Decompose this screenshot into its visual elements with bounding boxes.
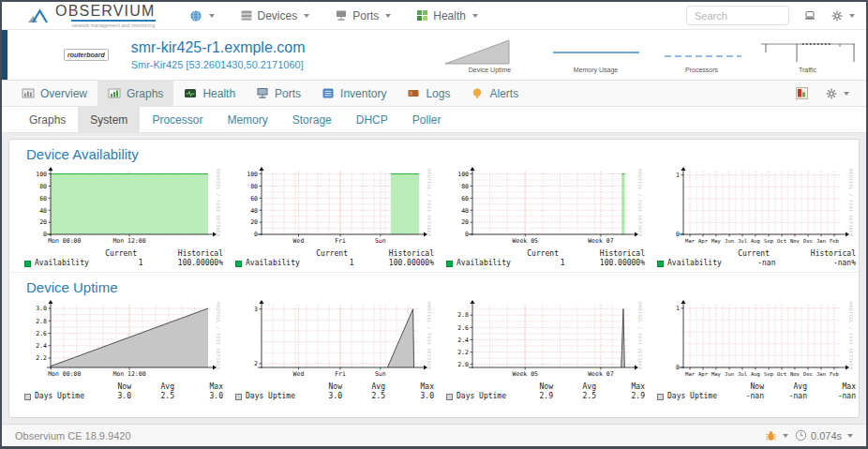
rrd-graph-device-uptime-year[interactable]: 10MarAprMayJunJulAugSepOctNovDecJanFebRR… — [655, 300, 856, 402]
mini-graph-label: Memory Usage — [574, 67, 618, 73]
footer-right: 0.074s — [765, 429, 853, 442]
rrd-graph-device-availability-month[interactable]: 100806040200Week 05Week 07RRDTOOL / TOBI… — [444, 167, 645, 269]
settings-menu[interactable] — [831, 9, 855, 22]
rrd-graph-device-availability-day[interactable]: 100806040200Mon 00:00Mon 12:00RRDTOOL / … — [22, 167, 223, 269]
laptop-icon[interactable] — [803, 9, 816, 22]
svg-text:Apr: Apr — [698, 371, 709, 378]
subtab-poller[interactable]: Poller — [400, 107, 454, 132]
mini-graph-label: Processors — [685, 67, 718, 73]
svg-text:Mar: Mar — [685, 238, 696, 244]
rrd-graph-device-uptime-month[interactable]: 2.82.62.42.22.0Week 05Week 07RRDTOOL / T… — [444, 300, 645, 402]
rrd-graph-svg: 10MarAprMayJunJulAugSepOctNovDecJanFebRR… — [655, 167, 856, 249]
rrd-graph-device-availability-week[interactable]: 100806040200WedFriSunRRDTOOL / TOBI OETI… — [233, 167, 434, 269]
alerts-icon — [471, 87, 484, 99]
nav-menu-health[interactable]: Health — [416, 9, 478, 22]
svg-text:RRDTOOL / TOBI OETIKER: RRDTOOL / TOBI OETIKER — [427, 169, 431, 236]
svg-text:60: 60 — [39, 195, 47, 202]
svg-text:2.2: 2.2 — [457, 349, 469, 356]
svg-text:Jun: Jun — [725, 238, 734, 244]
svg-text:RRDTOOL / TOBI OETIKER: RRDTOOL / TOBI OETIKER — [637, 169, 642, 236]
subtab-graphs[interactable]: Graphs — [17, 107, 78, 132]
legend-value: 1 — [300, 259, 354, 268]
rrd-graph-svg: 100806040200WedFriSunRRDTOOL / TOBI OETI… — [233, 167, 434, 249]
health-icon — [416, 9, 428, 22]
tab-logs[interactable]: Logs — [397, 81, 460, 106]
mini-graph-processors[interactable]: Processors — [649, 37, 755, 73]
mini-graph-memory-usage[interactable]: Memory Usage — [543, 37, 649, 73]
tab-inventory[interactable]: Inventory — [311, 81, 397, 106]
rrd-graph-svg: 100806040200Week 05Week 07RRDTOOL / TOBI… — [444, 167, 645, 249]
vendor-logo: routerboard — [64, 49, 109, 61]
tab-alerts[interactable]: Alerts — [460, 81, 529, 106]
svg-text:Aug: Aug — [751, 238, 760, 245]
subtab-label: Poller — [412, 113, 441, 127]
legend-col-header: Avg — [342, 382, 385, 392]
tab-health[interactable]: Health — [173, 81, 246, 106]
search-input[interactable] — [686, 6, 789, 25]
tab-overview[interactable]: Overview — [11, 81, 97, 106]
page-settings-menu[interactable] — [825, 87, 849, 100]
mini-graph-svg — [759, 37, 857, 66]
brand-wordmark: OBSERVIUM — [55, 4, 156, 19]
tab-label: Graphs — [127, 87, 163, 100]
svg-text:Wed: Wed — [293, 237, 305, 245]
legend-value: 1 — [89, 259, 143, 268]
svg-text:May: May — [711, 238, 722, 245]
svg-text:0: 0 — [254, 231, 258, 238]
mini-graph-svg — [441, 37, 539, 66]
subtab-processor[interactable]: Processor — [140, 107, 215, 132]
graph-thumbnail-icon[interactable] — [796, 87, 808, 99]
rrd-graph-device-uptime-day[interactable]: 3.02.82.62.42.2Mon 00:00Mon 12:00RRDTOOL… — [22, 300, 223, 402]
nav-menu-ports[interactable]: Ports — [335, 9, 391, 22]
graph-legend: NowAvgMaxDays Uptime3.02.53.0 — [233, 382, 434, 402]
svg-text:Fri: Fri — [335, 370, 346, 378]
observium-logo-mark-icon — [26, 7, 52, 24]
svg-text:Feb: Feb — [830, 238, 839, 244]
rrd-graph-svg: 10MarAprMayJunJulAugSepOctNovDecJanFebRR… — [655, 300, 856, 382]
app-window: OBSERVIUM network management and monitor… — [0, 0, 868, 449]
rrd-graph-device-uptime-week[interactable]: 32WedFriSunRRDTOOL / TOBI OETIKERNowAvgM… — [233, 300, 434, 402]
svg-text:40: 40 — [250, 207, 258, 215]
svg-text:1: 1 — [676, 305, 680, 312]
subtab-memory[interactable]: Memory — [215, 107, 279, 132]
nav-menu-language[interactable] — [189, 9, 215, 22]
legend-col-header: Historical — [137, 249, 223, 259]
rrd-graph-svg: 2.82.62.42.22.0Week 05Week 07RRDTOOL / T… — [444, 300, 645, 382]
svg-text:100: 100 — [36, 171, 47, 178]
tab-graphs[interactable]: Graphs — [97, 81, 173, 106]
tab-label: Health — [202, 87, 235, 100]
mini-graph-traffic[interactable]: Traffic — [755, 37, 861, 73]
device-location[interactable]: Smr-Kir425 [53.2601430,50.2171060] — [131, 59, 306, 70]
svg-text:Fri: Fri — [335, 237, 346, 245]
observium-logo[interactable]: OBSERVIUM network management and monitor… — [26, 4, 156, 28]
nav-menu-devices[interactable]: Devices — [240, 9, 310, 22]
globe-icon — [189, 9, 202, 22]
svg-text:Aug: Aug — [751, 371, 760, 378]
svg-text:Mon 00:00: Mon 00:00 — [48, 237, 81, 245]
svg-text:RRDTOOL / TOBI OETIKER: RRDTOOL / TOBI OETIKER — [848, 302, 853, 369]
subtab-storage[interactable]: Storage — [280, 107, 344, 132]
mini-graph-device-uptime[interactable]: Device Uptime — [437, 37, 543, 73]
subtab-label: System — [90, 113, 127, 127]
legend-series-label: Availability — [235, 259, 300, 268]
chevron-down-icon — [209, 14, 215, 18]
graph-legend: NowAvgMaxDays Uptime-nan-nan-nan — [655, 382, 856, 402]
device-hostname[interactable]: smr-kir425-r1.exmple.com — [131, 39, 306, 56]
svg-text:RRDTOOL / TOBI OETIKER: RRDTOOL / TOBI OETIKER — [216, 169, 220, 236]
subtab-system[interactable]: System — [78, 107, 140, 132]
load-time-menu[interactable]: 0.074s — [795, 429, 853, 442]
tab-ports[interactable]: Ports — [246, 81, 311, 106]
rrd-graph-device-availability-year[interactable]: 10MarAprMayJunJulAugSepOctNovDecJanFebRR… — [655, 167, 856, 269]
svg-text:RRDTOOL / TOBI OETIKER: RRDTOOL / TOBI OETIKER — [427, 302, 431, 369]
mini-graph-svg — [547, 37, 645, 66]
legend-col-header: Max — [385, 382, 434, 392]
graph-legend: NowAvgMaxDays Uptime3.02.53.0 — [22, 382, 223, 402]
subtab-label: Memory — [227, 113, 267, 127]
legend-value: -nan% — [775, 259, 856, 268]
svg-text:Mon 12:00: Mon 12:00 — [112, 237, 145, 245]
legend-value: 3.0 — [299, 392, 342, 401]
subtab-dhcp[interactable]: DHCP — [344, 107, 400, 132]
svg-text:100: 100 — [247, 171, 258, 178]
debug-menu[interactable] — [765, 429, 788, 442]
svg-text:0: 0 — [43, 231, 47, 238]
